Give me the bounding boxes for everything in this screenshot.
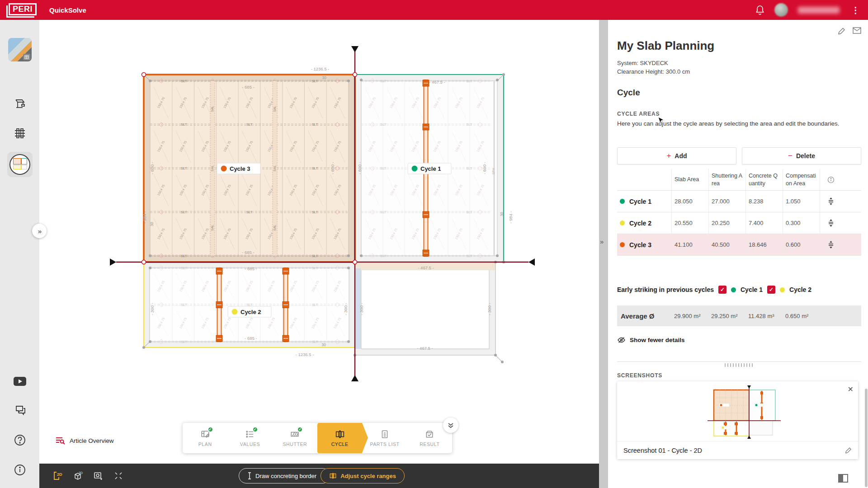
- sidebar-item-slab-planning[interactable]: [0, 152, 39, 177]
- value-cell: 8.238: [745, 191, 783, 212]
- adjust-cell: [820, 234, 842, 255]
- plus-icon: +: [666, 151, 671, 160]
- adjust-boundaries-icon[interactable]: [827, 241, 835, 249]
- cycle-boundary-beam[interactable]: [216, 268, 222, 342]
- project-thumbnail[interactable]: [8, 38, 32, 61]
- sidebar-item-info[interactable]: [0, 464, 39, 476]
- cycle-chip-cycle-2[interactable]: Cycle 2: [228, 306, 271, 317]
- svg-text:SPH: SPH: [492, 168, 495, 174]
- close-icon[interactable]: ✕: [848, 385, 854, 394]
- svg-text:SLT: SLT: [380, 79, 387, 83]
- sidebar-item-help[interactable]: [0, 434, 39, 446]
- split-view-toggle[interactable]: [838, 474, 848, 483]
- svg-text:SAL: SAL: [273, 165, 276, 171]
- peri-logo: PERI: [6, 2, 38, 18]
- minus-icon: −: [788, 151, 793, 160]
- slab-plan-drawing[interactable]: SLTSLTSLTSLTSLTSLTSLTSLTSLTSLTSLTSLTSLTS…: [39, 20, 599, 464]
- sidebar-item-crane[interactable]: [0, 97, 39, 110]
- cycle-chip-cycle-1[interactable]: Cycle 1: [408, 163, 451, 174]
- svg-text:SLT: SLT: [246, 210, 253, 214]
- cycle-areas-description: Here you can adjust the cycle areas by s…: [617, 120, 861, 127]
- svg-text:SLT: SLT: [181, 340, 187, 344]
- panel-scrollbar[interactable]: [865, 389, 868, 487]
- value-cell: 18.646: [745, 234, 783, 255]
- sidebar-item-project[interactable]: [0, 38, 39, 61]
- delete-button-label: Delete: [796, 152, 815, 160]
- view-3d-button[interactable]: 3D: [72, 470, 84, 482]
- cycle-2-area[interactable]: SLTSLTSLTSLTSLTSLTSLT150 x 75150 x 75150…: [144, 262, 355, 347]
- table-row[interactable]: Cycle 128.05027.0008.2381.050: [617, 191, 861, 212]
- plan-overlay-icon: [23, 54, 30, 60]
- early-striking-row: Early striking in previous cycles ✓Cycle…: [617, 286, 861, 294]
- overflow-menu-icon[interactable]: ⋮: [849, 6, 862, 14]
- adjust-cycle-icon: [329, 472, 337, 479]
- tab-plan[interactable]: ✓PLAN: [183, 423, 227, 453]
- svg-text:- 984 -: - 984 -: [508, 211, 513, 223]
- tab-parts-list[interactable]: PARTS LIST: [362, 423, 407, 453]
- double-chevron-down-icon: [448, 422, 454, 428]
- peri-logo-text: PERI: [9, 3, 37, 15]
- screenshot-button[interactable]: [92, 470, 104, 482]
- mail-icon[interactable]: [853, 27, 861, 35]
- sidebar-expand-button[interactable]: »: [32, 224, 47, 238]
- shutter-icon: ✓: [290, 430, 299, 439]
- sidebar-item-wall-formwork[interactable]: [0, 127, 39, 140]
- youtube-icon: [14, 377, 26, 386]
- svg-text:- 984 -: - 984 -: [142, 211, 147, 223]
- page-title: My Slab Planning: [617, 39, 861, 53]
- tabbar-collapse-button[interactable]: [443, 418, 458, 433]
- svg-text:- 685 -: - 685 -: [242, 84, 254, 89]
- early-striking-checkbox[interactable]: ✓: [767, 286, 775, 294]
- article-overview-label: Article Overview: [70, 437, 114, 444]
- svg-text:SLT: SLT: [181, 210, 187, 214]
- fit-view-button[interactable]: [113, 470, 124, 482]
- info-circle-icon[interactable]: [827, 176, 835, 183]
- svg-text:- 600 -: - 600 -: [330, 162, 335, 174]
- value-cell: 0.300: [783, 212, 820, 234]
- cycle-chip-cycle-3[interactable]: Cycle 3: [217, 163, 260, 174]
- value-cell: 40.500: [708, 234, 745, 255]
- panel-resize-divider[interactable]: »: [599, 20, 608, 488]
- cycle-boundary-beam[interactable]: [283, 268, 289, 342]
- table-row[interactable]: Cycle 220.55020.2507.4000.300: [617, 212, 861, 234]
- svg-text:- 467.5 -: - 467.5 -: [417, 346, 433, 351]
- average-row: Average Ø29.900 m²29.250 m²11.428 m³0.65…: [617, 305, 861, 326]
- drag-handle[interactable]: [725, 363, 755, 367]
- delete-cycle-button[interactable]: − Delete: [742, 147, 861, 164]
- panel-collapse-chevron-icon[interactable]: »: [600, 238, 603, 245]
- empty-area[interactable]: [355, 262, 495, 355]
- notifications-bell-icon[interactable]: [755, 5, 764, 15]
- cycle-color-dot: [620, 242, 625, 247]
- edit-caption-icon[interactable]: [845, 447, 852, 454]
- average-value: 11.428 m³: [745, 313, 783, 319]
- cycle-color-dot: [620, 199, 625, 204]
- tab-cycle[interactable]: CYCLE: [317, 423, 362, 453]
- view-2d-button[interactable]: 2D: [52, 470, 63, 482]
- drawing-canvas[interactable]: SLTSLTSLTSLTSLTSLTSLTSLTSLTSLTSLTSLTSLTS…: [39, 20, 599, 488]
- user-avatar[interactable]: [774, 3, 788, 17]
- show-fewer-details-button[interactable]: Show fewer details: [617, 336, 861, 344]
- adjust-boundaries-icon[interactable]: [827, 219, 835, 227]
- adjust-cycle-ranges-button[interactable]: Adjust cycle ranges: [321, 468, 405, 483]
- svg-text:30: 30: [322, 75, 326, 80]
- cycle-color-dot: [731, 287, 736, 292]
- draw-concreting-border-button[interactable]: Draw concreting border: [239, 468, 330, 483]
- svg-text:2D: 2D: [57, 472, 62, 477]
- tab-values[interactable]: ✓VALUES: [227, 423, 272, 453]
- screenshot-card[interactable]: ✕ Screenshot 01 - Cycle - 2D: [617, 381, 858, 459]
- table-row[interactable]: Cycle 341.10040.50018.6460.600: [617, 234, 861, 256]
- article-overview-button[interactable]: Article Overview: [56, 436, 114, 445]
- sidebar-item-feedback[interactable]: [0, 405, 39, 417]
- adjust-boundaries-icon[interactable]: [827, 197, 835, 205]
- article-overview-icon: [56, 436, 66, 445]
- svg-text:SAL: SAL: [273, 106, 276, 112]
- cycle-name: Cycle 2: [629, 220, 651, 227]
- edit-plan-icon[interactable]: [838, 27, 845, 35]
- early-striking-checkbox[interactable]: ✓: [718, 286, 726, 294]
- value-cell: 1.050: [783, 191, 820, 212]
- column-header: Compensation Area: [783, 169, 820, 190]
- sidebar-item-youtube[interactable]: [0, 377, 39, 386]
- tab-shutter[interactable]: ✓SHUTTER: [273, 423, 317, 453]
- add-cycle-button[interactable]: + Add: [617, 147, 736, 164]
- svg-text:- 685 -: - 685 -: [245, 266, 257, 271]
